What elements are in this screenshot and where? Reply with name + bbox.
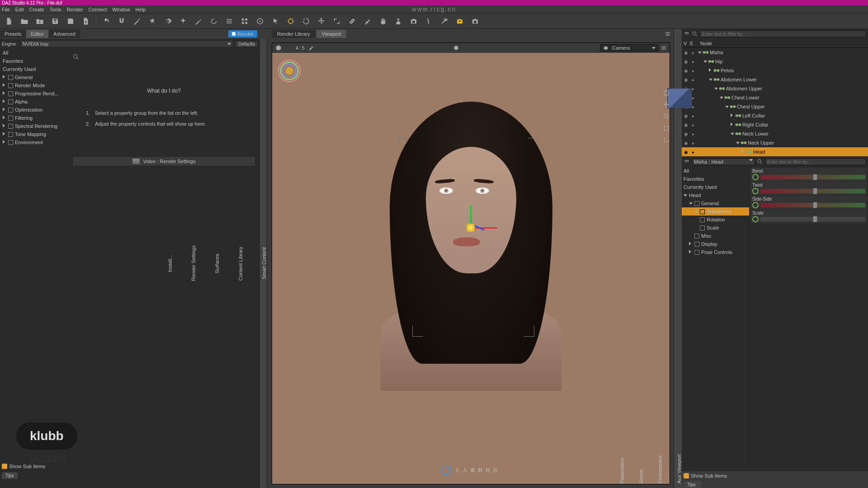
side-tab-scene[interactable]: Scene: [638, 33, 644, 483]
scene-filter-input[interactable]: [700, 30, 866, 38]
param-tree-item[interactable]: Currently Used: [682, 183, 749, 191]
spark-icon[interactable]: [178, 16, 189, 27]
cursor-icon[interactable]: [270, 16, 281, 27]
hand-icon[interactable]: [377, 16, 388, 27]
slider-handle[interactable]: [813, 188, 817, 194]
picker-icon[interactable]: [424, 16, 434, 27]
slider-handle[interactable]: [813, 216, 817, 222]
nav-sphere[interactable]: [276, 57, 303, 84]
selectable-icon[interactable]: ▸: [690, 113, 696, 118]
expand-icon[interactable]: [731, 113, 734, 118]
import-icon[interactable]: [34, 16, 45, 27]
property-item[interactable]: Alpha: [0, 98, 67, 106]
param-slider[interactable]: Twist: [750, 182, 867, 195]
target-icon[interactable]: [255, 16, 265, 27]
property-item[interactable]: Optimization: [0, 106, 67, 114]
snapshot-icon[interactable]: [470, 16, 481, 27]
pan-icon[interactable]: [662, 100, 671, 109]
draw-style-icon[interactable]: [275, 44, 282, 52]
camera-lock-icon[interactable]: [454, 16, 465, 27]
tab-editor[interactable]: Editor: [26, 30, 48, 38]
pin-tool-icon[interactable]: [362, 16, 373, 27]
selectable-icon[interactable]: ▸: [690, 77, 696, 82]
wrench-icon[interactable]: [439, 16, 450, 27]
selectable-icon[interactable]: ▸: [690, 68, 696, 73]
slider-track[interactable]: [760, 203, 865, 207]
property-item[interactable]: Filtering: [0, 114, 67, 122]
param-slider[interactable]: Side-Side: [750, 196, 867, 209]
param-tree-item[interactable]: Display: [682, 240, 749, 248]
edit-wand-icon[interactable]: [193, 16, 204, 27]
selectable-icon[interactable]: ▸: [690, 141, 696, 145]
wand-icon[interactable]: [132, 16, 142, 27]
param-node-dropdown[interactable]: Misha : Head: [692, 158, 755, 165]
side-tab-parameters[interactable]: Parameters: [619, 33, 625, 483]
person-icon[interactable]: [393, 16, 404, 27]
scene-node[interactable]: ◉▸Neck Lower: [682, 129, 868, 138]
expand-icon[interactable]: [720, 95, 723, 100]
chain-icon[interactable]: [347, 16, 358, 27]
universal-tool-icon[interactable]: [285, 16, 296, 27]
magnet-icon[interactable]: [116, 16, 127, 27]
selectable-icon[interactable]: ▸: [690, 150, 696, 155]
panel-menu-icon[interactable]: [684, 159, 690, 165]
star-tool-icon[interactable]: [147, 16, 158, 27]
visibility-icon[interactable]: ◉: [683, 68, 689, 73]
expand-icon[interactable]: [741, 150, 745, 154]
param-tree-item[interactable]: Misc: [682, 232, 749, 240]
expand-icon[interactable]: [694, 209, 698, 214]
zoom-icon[interactable]: [662, 112, 671, 121]
gizmo-center[interactable]: [467, 224, 475, 232]
move-tool-icon[interactable]: [316, 16, 327, 27]
param-tree-item[interactable]: Favorites: [682, 175, 749, 183]
side-tab-content-library[interactable]: Content Library: [238, 42, 243, 484]
visibility-icon[interactable]: ◉: [683, 141, 689, 145]
reset-icon[interactable]: [752, 174, 759, 180]
expand-icon[interactable]: [689, 242, 693, 246]
transform-gizmo[interactable]: [458, 210, 485, 237]
scene-node[interactable]: ◉▸Abdomen Upper: [682, 84, 868, 93]
visibility-icon[interactable]: ◉: [683, 59, 689, 64]
pin-icon[interactable]: [308, 45, 314, 51]
property-item[interactable]: Progressive Rend...: [0, 89, 67, 98]
menu-tools[interactable]: Tools: [50, 7, 61, 12]
param-tree-item[interactable]: General: [682, 199, 749, 207]
selectable-icon[interactable]: ▸: [690, 122, 696, 127]
reset-view-icon[interactable]: [662, 136, 671, 145]
expand-icon[interactable]: [684, 193, 687, 197]
expand-icon[interactable]: [689, 201, 693, 206]
menu-connect[interactable]: Connect: [89, 7, 107, 12]
tab-presets[interactable]: Presets: [0, 30, 26, 38]
sphere-mode-icon[interactable]: [453, 45, 459, 51]
visibility-icon[interactable]: ◉: [683, 150, 689, 155]
scale-tool-icon[interactable]: [331, 16, 342, 27]
side-tab-surfaces[interactable]: Surfaces: [214, 42, 220, 484]
video-render-settings-button[interactable]: Video : Render Settings: [72, 156, 255, 166]
param-tree-item[interactable]: Rotation: [682, 216, 749, 224]
scene-node[interactable]: ◉▸Abdomen Lower: [682, 75, 868, 84]
property-item[interactable]: Favorites: [0, 57, 67, 65]
expand-icon[interactable]: [725, 104, 729, 109]
property-item[interactable]: Environment: [0, 138, 67, 146]
scene-node[interactable]: ◉▸Pelvis: [682, 66, 868, 75]
property-item[interactable]: Spectral Rendering: [0, 122, 67, 130]
scene-node[interactable]: ◉▸Head: [682, 147, 868, 156]
expand-icon[interactable]: [709, 68, 712, 73]
param-tree-item[interactable]: Scale: [682, 224, 749, 232]
scene-node[interactable]: ◉▸Left Collar: [682, 111, 868, 120]
scene-node[interactable]: ◉▸Right Collar: [682, 120, 868, 129]
grid-icon[interactable]: [239, 16, 250, 27]
slider-track[interactable]: [760, 217, 865, 221]
property-item[interactable]: General: [0, 73, 67, 81]
gizmo-y-axis[interactable]: [470, 206, 472, 224]
param-tree-item[interactable]: All: [682, 167, 749, 175]
render-button[interactable]: Render: [228, 30, 257, 38]
param-slider[interactable]: Bend: [750, 168, 867, 181]
scene-node[interactable]: ◉▸Neck Upper: [682, 138, 868, 147]
slider-track[interactable]: [760, 175, 865, 179]
rotate-tool-icon[interactable]: [301, 16, 311, 27]
slider-track[interactable]: [760, 189, 865, 193]
property-item[interactable]: Currently Used: [0, 65, 67, 73]
selectable-icon[interactable]: ▸: [690, 131, 696, 136]
visibility-icon[interactable]: ◉: [683, 131, 689, 136]
